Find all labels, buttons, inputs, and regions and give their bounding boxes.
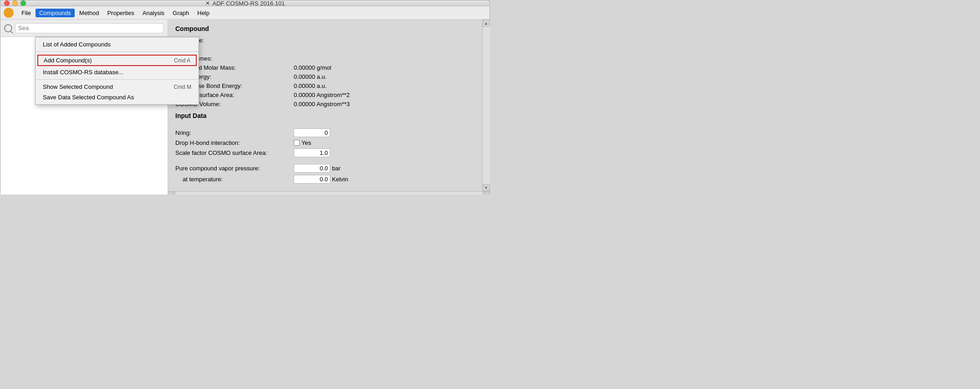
dropdown-list-label: List of Added Compounds [36,39,199,50]
field-cosmo-area: COSMO surface Area: 0.00000 Angstrom**2 [175,92,475,98]
left-panel: List of Added Compounds Add Compound(s) … [0,20,168,194]
menu-method[interactable]: Method [76,9,102,17]
temp-input[interactable] [294,175,330,184]
app-icon-shape [4,8,14,18]
title-text: ADF COSMO-RS 2016.101 [213,0,285,7]
menu-compounds[interactable]: Compounds [36,9,75,17]
hbond-checkbox-row: Yes [294,139,311,146]
dropdown-separator-1 [36,51,199,52]
search-bar [0,20,168,37]
field-cosmo-volume-value: 0.00000 Angstrom**3 [294,101,350,107]
field-molar-mass: Caculated Molar Mass: 0.00000 g/mol [175,64,475,71]
show-selected-label: Show Selected Compound [43,83,113,90]
maximize-button[interactable] [20,0,26,6]
window-controls [4,0,26,6]
dropdown-save-selected[interactable]: Save Data Selected Compound As [36,92,199,102]
main-window: ✕ ADF COSMO-RS 2016.101 File Compounds M… [0,0,490,194]
content-area: List of Added Compounds Add Compound(s) … [0,20,490,194]
menu-analysis[interactable]: Analysis [139,9,168,17]
add-compound-wrapper: Add Compound(s) Cmd A [36,54,199,67]
add-compound-shortcut: Cmd A [174,57,190,64]
vapor-unit: bar [332,165,341,172]
compounds-dropdown: List of Added Compounds Add Compound(s) … [35,37,199,105]
show-selected-shortcut: Cmd M [174,84,191,90]
window-title: ✕ ADF COSMO-RS 2016.101 [205,0,285,7]
search-input[interactable] [15,23,164,33]
minimize-button[interactable] [12,0,18,6]
search-icon [4,24,12,32]
right-panel: Compound File Name: Name: Other Names: [168,20,490,194]
field-other-names: Other Names: [175,55,475,62]
menu-properties[interactable]: Properties [103,9,138,17]
compound-section-title: Compound [175,25,475,32]
add-compound-button[interactable]: Add Compound(s) Cmd A [37,55,197,66]
field-bond-energy: Bond Energy: 0.00000 a.u. [175,73,475,80]
input-data-title: Input Data [175,112,475,119]
temp-unit: Kelvin [332,176,348,183]
field-gas-phase-bond-value: 0.00000 a.u. [294,82,327,89]
vertical-scrollbar: ▲ ▼ [482,20,490,191]
scroll-down-arrow[interactable]: ▼ [483,184,490,191]
scale-input[interactable] [294,148,330,157]
close-button[interactable] [4,0,10,6]
field-molar-mass-value: 0.00000 g/mol [294,64,331,71]
title-bar: ✕ ADF COSMO-RS 2016.101 [0,0,490,6]
hbond-label: Drop H-bond interaction: [175,139,294,146]
nring-label: Nring: [175,129,294,136]
scroll-track[interactable] [483,27,490,184]
nring-row: Nring: [175,128,475,137]
temp-row: at temperature: Kelvin [175,175,475,184]
vapor-input[interactable] [294,164,330,173]
vapor-label: Pure compound vapor pressure: [175,165,294,172]
field-filename: File Name: [175,37,475,44]
menu-file[interactable]: File [18,9,35,17]
right-panel-inner: Compound File Name: Name: Other Names: [168,20,490,191]
field-cosmo-area-value: 0.00000 Angstrom**2 [294,92,350,98]
window-icon: ✕ [205,0,210,6]
scroll-left-arrow[interactable]: ◀ [168,192,175,195]
add-compound-label: Add Compound(s) [44,57,92,64]
hbond-yes-label: Yes [301,139,311,146]
scale-label: Scale factor COSMO surface Area: [175,149,294,156]
menubar: File Compounds Method Properties Analysi… [0,6,490,20]
scroll-right-arrow[interactable]: ▶ [482,192,490,195]
horizontal-scrollbar: ◀ ▶ [168,191,490,194]
scroll-up-arrow[interactable]: ▲ [483,20,490,27]
field-cosmo-volume: COSMO Volume: 0.00000 Angstrom**3 [175,101,475,107]
app-icon [2,6,15,19]
dropdown-install-cosmo[interactable]: Install COSMO-RS database... [36,67,199,77]
dropdown-separator-2 [36,79,199,80]
right-content: Compound File Name: Name: Other Names: [168,20,482,191]
vapor-row: Pure compound vapor pressure: bar [175,164,475,173]
dropdown-show-selected[interactable]: Show Selected Compound Cmd M [36,82,199,92]
field-name: Name: [175,46,475,53]
menu-help[interactable]: Help [194,9,213,17]
temp-label: at temperature: [175,176,294,183]
nring-input[interactable] [294,128,330,137]
scale-row: Scale factor COSMO surface Area: [175,148,475,157]
h-scroll-track[interactable] [175,192,482,195]
menu-graph[interactable]: Graph [169,9,193,17]
hbond-row: Drop H-bond interaction: Yes [175,139,475,146]
hbond-checkbox[interactable] [294,140,300,146]
field-gas-phase-bond: Gas Phase Bond Energy: 0.00000 a.u. [175,82,475,89]
field-bond-energy-value: 0.00000 a.u. [294,73,327,80]
